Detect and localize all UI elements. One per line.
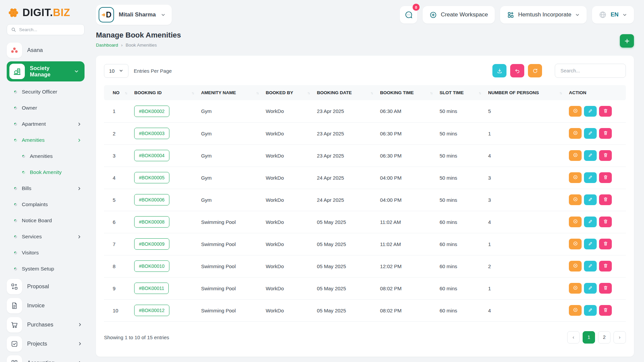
search-icon [11, 27, 16, 32]
export-button[interactable] [492, 64, 506, 77]
entries-per-page-select[interactable]: 10 [104, 64, 128, 78]
sidebar-item-book-amenity[interactable]: Book Amenity [7, 164, 85, 180]
sidebar-item-system-setup[interactable]: System Setup [7, 261, 85, 277]
edit-button[interactable] [584, 239, 597, 249]
chevron-right-icon [77, 122, 82, 127]
sidebar-item-invoice[interactable]: Invoice [7, 296, 85, 315]
sidebar-item-apartment[interactable]: Apartment [7, 116, 85, 132]
sort-icon[interactable]: ↑↓ [559, 91, 562, 95]
sort-icon[interactable]: ↑↓ [256, 91, 259, 95]
edit-button[interactable] [584, 305, 597, 316]
delete-button[interactable] [599, 172, 612, 183]
column-header-booked-by[interactable]: BOOKED BY↑↓ [266, 85, 317, 100]
column-header-amenity-name[interactable]: AMENITY NAME↑↓ [201, 85, 266, 100]
view-button[interactable] [569, 239, 582, 249]
edit-button[interactable] [584, 194, 597, 205]
delete-button[interactable] [599, 128, 612, 139]
column-header-booking-id[interactable]: BOOKING ID↑↓ [134, 85, 201, 100]
sidebar-item-security-officer[interactable]: Security Officer [7, 84, 85, 100]
sidebar-item-proposal[interactable]: Proposal [7, 277, 85, 296]
bookings-card: 10 Entries Per Page [96, 56, 634, 357]
table-row: 1 #BOK00002 Gym WorkDo 23 Apr 2025 06:30… [104, 100, 626, 122]
cell-booking-time: 06:30 PM [380, 144, 439, 167]
column-header-number-of-persons[interactable]: NUMBER OF PERSONS↑↓ [488, 85, 569, 100]
sidebar-item-visitors[interactable]: Visitors [7, 245, 85, 261]
sidebar-item-asana[interactable]: Asana [7, 41, 85, 60]
view-button[interactable] [569, 283, 582, 294]
sidebar-item-amenities[interactable]: Amenities [7, 148, 85, 164]
breadcrumb-dashboard-link[interactable]: Dashboard [96, 43, 118, 48]
circle-plus-icon [429, 11, 437, 19]
pagination-next-button[interactable]: › [613, 331, 626, 344]
sidebar-item-projects[interactable]: Projects [7, 334, 85, 353]
sidebar-item-notice-board[interactable]: Notice Board [7, 213, 85, 229]
sidebar-item-bills[interactable]: Bills [7, 180, 85, 196]
view-button[interactable] [569, 172, 582, 183]
app-logo[interactable]: DIGIT.BIZ [7, 5, 85, 23]
column-header-booking-date[interactable]: BOOKING DATE↑↓ [317, 85, 380, 100]
sort-icon[interactable]: ↑↓ [125, 91, 127, 95]
column-header-action[interactable]: ACTION [569, 85, 626, 100]
view-button[interactable] [569, 106, 582, 117]
eye-icon [573, 130, 578, 137]
sidebar-group-society-manage[interactable]: Society Manage [7, 61, 85, 81]
user-menu[interactable]: D Mitali Sharma [96, 5, 172, 25]
sidebar-item-owner[interactable]: Owner [7, 100, 85, 116]
table-search-input[interactable] [555, 64, 626, 78]
sidebar-item-amenities[interactable]: Amenities [7, 132, 85, 148]
sidebar-item-accounting[interactable]: Accounting [7, 353, 85, 362]
edit-button[interactable] [584, 261, 597, 272]
column-header-slot-time[interactable]: SLOT TIME↑↓ [439, 85, 488, 100]
sort-icon[interactable]: ↑↓ [192, 91, 194, 95]
edit-button[interactable] [584, 217, 597, 227]
create-workspace-button[interactable]: Create Workspace [423, 6, 494, 23]
delete-button[interactable] [599, 217, 612, 227]
delete-button[interactable] [599, 150, 612, 161]
language-selector[interactable]: EN [592, 6, 634, 23]
column-header-no[interactable]: NO↑↓ [104, 85, 134, 100]
edit-button[interactable] [584, 283, 597, 294]
sidebar-item-purchases[interactable]: Purchases [7, 315, 85, 334]
edit-button[interactable] [584, 106, 597, 117]
sort-icon[interactable]: ↑↓ [307, 91, 310, 95]
edit-button[interactable] [584, 128, 597, 139]
undo-button[interactable] [510, 64, 524, 77]
topbar: D Mitali Sharma 0 Create Workspace Hemtu… [91, 0, 644, 29]
cell-no: 7 [104, 233, 134, 255]
refresh-button[interactable] [528, 64, 542, 77]
view-button[interactable] [569, 150, 582, 161]
delete-button[interactable] [599, 283, 612, 294]
sort-icon[interactable]: ↑↓ [479, 91, 481, 95]
brand-name: DIGIT.BIZ [22, 7, 70, 19]
add-booking-button[interactable] [620, 34, 634, 48]
view-button[interactable] [569, 128, 582, 139]
column-header-booking-time[interactable]: BOOKING TIME↑↓ [380, 85, 439, 100]
refresh-icon [532, 68, 538, 74]
showing-entries-text: Showing 1 to 10 of 15 entries [104, 335, 169, 340]
pagination-page-2[interactable]: 2 [598, 331, 610, 344]
delete-button[interactable] [599, 194, 612, 205]
delete-button[interactable] [599, 305, 612, 316]
sidebar-item-label: Visitors [22, 250, 39, 256]
edit-button[interactable] [584, 172, 597, 183]
sidebar-search-input[interactable] [19, 27, 80, 32]
messages-button[interactable]: 0 [400, 6, 417, 23]
pagination-prev-button[interactable]: ‹ [567, 331, 580, 344]
view-button[interactable] [569, 217, 582, 227]
edit-button[interactable] [584, 150, 597, 161]
delete-button[interactable] [599, 106, 612, 117]
sidebar-item-services[interactable]: Services [7, 229, 85, 245]
workspace-switcher[interactable]: Hemtush Incorporate [500, 6, 587, 23]
view-button[interactable] [569, 261, 582, 272]
page-title: Manage Book Amenities [96, 31, 634, 40]
delete-button[interactable] [599, 239, 612, 249]
view-button[interactable] [569, 194, 582, 205]
pagination-page-1[interactable]: 1 [583, 331, 595, 344]
sort-icon[interactable]: ↑↓ [371, 91, 373, 95]
trash-icon [603, 241, 608, 247]
delete-button[interactable] [599, 261, 612, 272]
view-button[interactable] [569, 305, 582, 316]
table-row: 10 #BOK00012 Swimming Pool WorkDo 05 May… [104, 299, 626, 321]
sort-icon[interactable]: ↑↓ [430, 91, 432, 95]
sidebar-item-complaints[interactable]: Complaints [7, 196, 85, 213]
